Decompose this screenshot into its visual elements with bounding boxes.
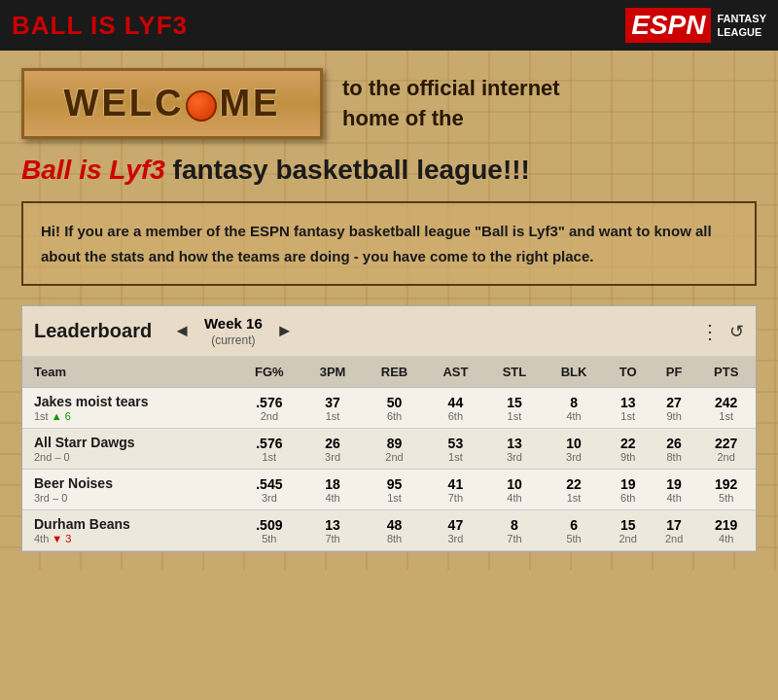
standings-table: Team FG% 3PM REB AST STL BLK TO PF PTS J… — [22, 357, 756, 551]
welcome-text: WELCME — [64, 83, 281, 123]
stat-main: 18 — [306, 476, 360, 492]
stat-cell-5: 103rd — [544, 429, 605, 470]
stat-cell-1: 263rd — [302, 429, 364, 470]
stat-cell-4: 87th — [485, 510, 543, 551]
week-label: Week 16 — [204, 314, 263, 333]
table-header-row: Team FG% 3PM REB AST STL BLK TO PF PTS — [22, 357, 756, 388]
col-reb: REB — [364, 357, 426, 388]
welcome-section: WELCME to the official internet home of … — [21, 68, 757, 139]
stat-main: 219 — [700, 517, 752, 533]
stat-rank: 2nd — [655, 533, 692, 544]
stat-main: 17 — [655, 517, 692, 533]
stat-rank: 4th — [655, 492, 692, 504]
stat-main: 26 — [655, 436, 692, 451]
col-pts: PTS — [696, 357, 756, 388]
stat-cell-8: 2272nd — [696, 429, 756, 470]
col-ast: AST — [426, 357, 486, 388]
stat-cell-0: .5761st — [236, 429, 302, 470]
leaderboard-title: Leaderboard — [34, 320, 152, 342]
stat-rank: 2nd — [700, 451, 752, 463]
stat-rank: 6th — [430, 410, 482, 422]
stat-cell-7: 279th — [652, 388, 696, 429]
stat-cell-2: 892nd — [364, 429, 426, 470]
espn-logo: ESPN FANTASYLEAGUE — [625, 8, 766, 43]
stat-rank: 3rd — [240, 492, 299, 504]
stat-cell-1: 371st — [302, 388, 364, 429]
stat-cell-3: 417th — [426, 470, 486, 510]
stat-rank: 4th — [548, 410, 601, 422]
col-3pm: 3PM — [302, 357, 364, 388]
stat-main: 95 — [368, 476, 422, 492]
stat-cell-4: 104th — [485, 470, 543, 510]
leaderboard-header: Leaderboard ◄ Week 16 (current) ► ⋮ ↺ — [22, 306, 756, 357]
stat-main: 19 — [655, 476, 692, 492]
stat-main: 27 — [655, 395, 692, 410]
team-rank: 4th ▼ 3 — [34, 533, 230, 544]
team-rank: 3rd – 0 — [34, 492, 230, 504]
team-name: Jakes moist tears — [34, 394, 230, 409]
stat-main: 41 — [430, 476, 482, 492]
stat-rank: 7th — [306, 533, 360, 544]
stat-cell-3: 531st — [426, 429, 486, 470]
stat-main: 13 — [608, 395, 647, 410]
stat-main: 13 — [489, 436, 539, 451]
stat-main: 8 — [489, 517, 539, 533]
basketball-icon — [186, 90, 217, 122]
stat-cell-2: 506th — [364, 388, 426, 429]
welcome-banner: WELCME — [21, 68, 323, 139]
stat-main: 13 — [306, 517, 360, 533]
info-box: Hi! If you are a member of the ESPN fant… — [21, 201, 757, 286]
stat-cell-1: 184th — [302, 470, 364, 510]
fantasy-league-text: FANTASYLEAGUE — [717, 12, 766, 40]
col-team: Team — [22, 357, 236, 388]
stat-main: 10 — [489, 476, 539, 492]
stat-main: .509 — [240, 517, 299, 533]
team-cell: Durham Beans 4th ▼ 3 — [22, 510, 236, 551]
stat-rank: 2nd — [368, 451, 422, 463]
stat-main: 227 — [700, 436, 752, 451]
app-title: BALL IS LYF3 — [12, 11, 188, 41]
stat-rank: 9th — [608, 451, 647, 463]
stat-main: 37 — [306, 395, 360, 410]
team-cell: All Starr Dawgs 2nd – 0 — [22, 429, 236, 470]
stat-rank: 3rd — [306, 451, 360, 463]
stat-rank: 3rd — [489, 451, 539, 463]
stat-rank: 7th — [489, 533, 539, 544]
stat-cell-3: 446th — [426, 388, 486, 429]
stat-rank: 6th — [368, 410, 422, 422]
stat-cell-7: 172nd — [652, 510, 696, 551]
stat-rank: 2nd — [240, 410, 299, 422]
league-name-rest: fantasy basketball league!!! — [165, 155, 530, 185]
stat-main: 53 — [430, 436, 482, 451]
options-button[interactable]: ⋮ — [700, 320, 720, 343]
stat-main: 22 — [608, 436, 647, 451]
stat-rank: 1st — [489, 410, 539, 422]
team-name: All Starr Dawgs — [34, 435, 230, 450]
stat-rank: 7th — [430, 492, 482, 504]
stat-main: 242 — [700, 395, 752, 410]
next-week-button[interactable]: ► — [270, 319, 300, 343]
stat-cell-2: 488th — [364, 510, 426, 551]
app-header: BALL IS LYF3 ESPN FANTASYLEAGUE — [0, 0, 778, 51]
col-fgp: FG% — [236, 357, 302, 388]
refresh-button[interactable]: ↺ — [729, 321, 744, 342]
stat-main: 192 — [700, 476, 752, 492]
col-pf: PF — [652, 357, 696, 388]
stat-cell-8: 2421st — [696, 388, 756, 429]
stat-rank: 1st — [430, 451, 482, 463]
league-colored-name: Ball is Lyf3 — [21, 155, 165, 185]
table-row: All Starr Dawgs 2nd – 0 .5761st263rd892n… — [22, 429, 756, 470]
team-cell: Jakes moist tears 1st ▲ 6 — [22, 388, 236, 429]
team-name: Beer Noises — [34, 475, 230, 491]
leaderboard-section: Leaderboard ◄ Week 16 (current) ► ⋮ ↺ Te… — [21, 305, 757, 552]
prev-week-button[interactable]: ◄ — [167, 319, 196, 343]
league-name: Ball is Lyf3 fantasy basketball league!!… — [21, 155, 757, 186]
team-rank: 2nd – 0 — [34, 451, 230, 463]
stat-rank: 5th — [548, 533, 601, 544]
stat-main: 48 — [368, 517, 422, 533]
stat-rank: 5th — [240, 533, 299, 544]
stat-main: 15 — [489, 395, 539, 410]
stat-main: .545 — [240, 476, 299, 492]
table-row: Beer Noises 3rd – 0 .5453rd184th951st417… — [22, 470, 756, 510]
stat-rank: 4th — [700, 533, 752, 544]
